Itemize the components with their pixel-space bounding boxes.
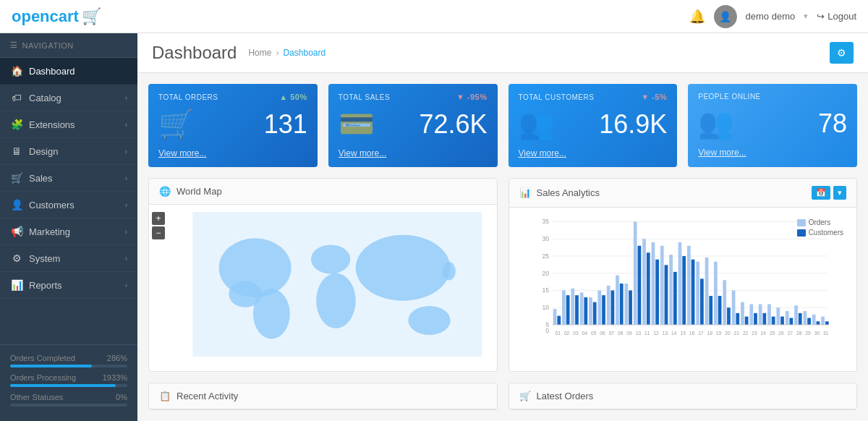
avatar[interactable]: 👤	[714, 5, 737, 28]
total-customers-value: 16.9K	[599, 109, 667, 140]
bar-chart-icon: 📊	[519, 187, 531, 198]
svg-text:15: 15	[542, 286, 549, 294]
user-dropdown-icon[interactable]: ▾	[804, 12, 808, 21]
total-sales-change: ▼ -95%	[456, 93, 488, 101]
total-customers-link[interactable]: View more...	[519, 148, 668, 158]
svg-rect-31	[584, 297, 587, 325]
svg-rect-27	[566, 295, 569, 325]
svg-rect-82	[812, 315, 815, 325]
sales-analytics-title: Sales Analytics	[537, 187, 600, 198]
svg-rect-39	[619, 284, 623, 325]
puzzle-icon: 🧩	[10, 119, 23, 130]
svg-rect-69	[754, 313, 757, 325]
chevron-right-icon: ›	[125, 201, 127, 209]
svg-text:30: 30	[814, 331, 820, 336]
sidebar-stats: Orders Completed 286% Orders Processing …	[0, 344, 137, 421]
latest-orders-title: Latest Orders	[537, 391, 594, 401]
stat-orders-completed: Orders Completed 286%	[10, 354, 127, 367]
notification-bell-icon[interactable]: 🔔	[689, 9, 705, 25]
svg-rect-57	[700, 278, 704, 325]
nav-right: 🔔 👤 demo demo ▾ ↪ Logout	[689, 5, 856, 28]
analytics-calendar-button[interactable]: 📅	[812, 186, 830, 200]
total-sales-link[interactable]: View more...	[339, 148, 488, 158]
total-orders-change: ▲ 50%	[279, 93, 307, 101]
sidebar-item-marketing[interactable]: 📢 Marketing ›	[0, 218, 137, 245]
activity-icon: 📋	[159, 391, 171, 401]
svg-rect-70	[758, 305, 762, 326]
map-zoom-in-button[interactable]: +	[152, 212, 165, 225]
svg-rect-45	[646, 252, 650, 325]
svg-text:17: 17	[698, 331, 704, 336]
breadcrumb: Home › Dashboard	[248, 48, 326, 58]
user-name[interactable]: demo demo	[746, 11, 796, 22]
breadcrumb-current: Dashboard	[283, 48, 326, 58]
sidebar-item-customers[interactable]: 👤 Customers ›	[0, 192, 137, 218]
svg-rect-37	[610, 291, 614, 326]
sidebar-item-dashboard[interactable]: 🏠 Dashboard	[0, 58, 137, 85]
svg-point-3	[253, 289, 290, 339]
logout-button[interactable]: ↪ Logout	[817, 11, 856, 22]
svg-rect-63	[727, 307, 731, 325]
sidebar: ☰ NAVIGATION 🏠 Dashboard 🏷 Catalog › 🧩 E…	[0, 33, 137, 421]
svg-rect-42	[633, 222, 637, 326]
svg-rect-58	[705, 258, 708, 325]
gear-icon: ⚙	[10, 252, 23, 264]
svg-rect-80	[803, 311, 807, 325]
svg-rect-76	[785, 311, 788, 325]
svg-rect-32	[589, 297, 592, 325]
sales-analytics-header: 📊 Sales Analytics 📅 ▾	[509, 179, 857, 208]
svg-rect-62	[723, 280, 726, 325]
total-sales-value: 72.6K	[419, 109, 487, 140]
svg-text:11: 11	[644, 331, 650, 336]
sales-chart: Orders Customers	[516, 215, 850, 360]
sales-analytics-body: Orders Customers	[509, 208, 857, 367]
svg-rect-66	[741, 302, 744, 325]
svg-text:28: 28	[796, 331, 802, 336]
svg-text:18: 18	[707, 331, 712, 336]
svg-text:07: 07	[608, 331, 614, 336]
svg-text:04: 04	[582, 331, 587, 336]
svg-text:25: 25	[769, 331, 775, 336]
sidebar-item-reports[interactable]: 📊 Reports ›	[0, 272, 137, 299]
chevron-right-icon: ›	[125, 148, 127, 156]
hamburger-icon: ☰	[10, 41, 18, 50]
creditcard-icon: 💳	[339, 107, 375, 141]
svg-rect-72	[767, 305, 771, 326]
stat-card-people-online: PEOPLE ONLINE 👥 78 View more...	[688, 84, 857, 167]
svg-text:23: 23	[752, 331, 757, 336]
recent-activity-title: Recent Activity	[176, 391, 238, 401]
sidebar-item-extensions[interactable]: 🧩 Extensions ›	[0, 111, 137, 138]
sidebar-item-system[interactable]: ⚙ System ›	[0, 245, 137, 272]
world-map-svg	[171, 212, 497, 357]
svg-rect-77	[789, 318, 793, 326]
sidebar-item-catalog[interactable]: 🏷 Catalog ›	[0, 85, 137, 111]
stat-cards: TOTAL ORDERS ▲ 50% 🛒 131 View more... TO…	[137, 73, 868, 178]
svg-rect-36	[606, 286, 610, 325]
map-zoom-out-button[interactable]: −	[152, 226, 165, 239]
svg-point-8	[443, 262, 456, 280]
home-icon: 🏠	[10, 65, 23, 77]
svg-text:08: 08	[618, 331, 624, 336]
legend-customers-color	[797, 229, 806, 237]
group-icon: 👥	[519, 107, 555, 141]
breadcrumb-home[interactable]: Home	[248, 48, 271, 58]
chevron-right-icon: ›	[125, 281, 127, 289]
settings-button[interactable]: ⚙	[830, 42, 854, 64]
map-controls: + −	[152, 212, 165, 239]
svg-rect-25	[557, 316, 561, 325]
svg-rect-83	[816, 321, 820, 325]
svg-text:20: 20	[725, 331, 731, 336]
svg-text:06: 06	[600, 331, 605, 336]
sidebar-item-design[interactable]: 🖥 Design ›	[0, 138, 137, 165]
page-title: Dashboard	[152, 43, 237, 63]
legend-customers: Customers	[797, 229, 843, 237]
svg-rect-28	[571, 289, 574, 325]
people-online-link[interactable]: View more...	[698, 148, 847, 158]
svg-rect-48	[660, 246, 663, 325]
widgets-row: 🌐 World Map + −	[137, 178, 868, 383]
sidebar-item-sales[interactable]: 🛒 Sales ›	[0, 165, 137, 192]
analytics-dropdown-button[interactable]: ▾	[833, 186, 846, 200]
svg-rect-24	[553, 309, 556, 325]
svg-rect-79	[798, 313, 801, 325]
total-orders-link[interactable]: View more...	[158, 148, 307, 158]
